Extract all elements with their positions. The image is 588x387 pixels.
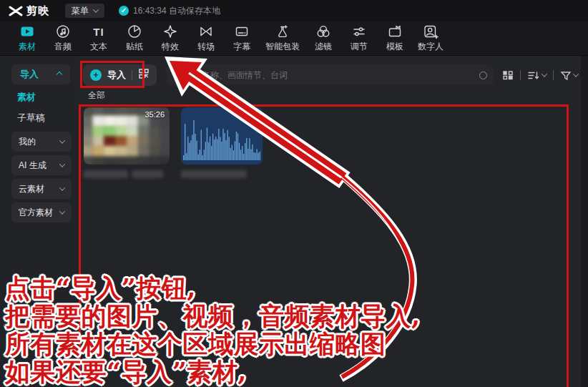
media-grid: 35:26 00: — [84, 107, 263, 178]
tab-smart-packaging[interactable]: 智能包装 — [260, 24, 305, 53]
chevron-down-icon — [59, 208, 65, 214]
media-play-icon — [19, 24, 35, 39]
app-logo: 剪映 — [9, 4, 49, 18]
menu-button-label: 菜单 — [72, 5, 89, 17]
text-icon: TI — [93, 24, 104, 39]
autosave-text: 16:43:34 自动保存本地 — [133, 5, 220, 17]
search-input[interactable] — [185, 70, 475, 80]
video-thumbnail[interactable]: 35:26 — [84, 107, 170, 165]
sliders-icon — [351, 24, 367, 39]
chevron-down-icon — [542, 71, 547, 77]
audio-filename-blurred — [181, 170, 263, 178]
video-filename-blurred — [84, 170, 170, 178]
chevron-down-icon — [59, 185, 65, 190]
top-bar: 剪映 菜单 ✓ 16:43:34 自动保存本地 — [0, 0, 588, 21]
chevron-down-icon — [59, 161, 65, 167]
audio-media-item[interactable]: 00: — [181, 107, 263, 178]
divider — [553, 70, 554, 80]
sidebar-import-section[interactable]: 导入 — [11, 64, 70, 84]
chevron-down-icon — [93, 6, 99, 12]
tab-sticker[interactable]: 贴纸 — [117, 24, 152, 53]
template-board-icon — [387, 24, 403, 39]
plus-icon: + — [90, 69, 102, 81]
capcut-logo-icon — [9, 6, 23, 16]
sort-button[interactable] — [527, 71, 547, 80]
media-sidebar: 导入 素材 子草稿 我的 AI 生成 云素材 官方素材 — [0, 56, 79, 387]
music-note-icon — [55, 24, 71, 39]
capcut-window: 剪映 菜单 ✓ 16:43:34 自动保存本地 素材 音频 TI 文本 — [0, 0, 588, 387]
video-media-item[interactable]: 35:26 — [84, 107, 170, 178]
subtitle-icon — [234, 24, 250, 39]
feature-tab-bar: 素材 音频 TI 文本 贴纸 特效 转场 — [0, 21, 588, 56]
chevron-down-icon — [59, 137, 65, 143]
sidebar-group-ai-generated[interactable]: AI 生成 — [11, 155, 72, 175]
media-panel: + 导入 — [79, 56, 588, 387]
sidebar-import-label: 导入 — [20, 68, 39, 81]
tab-transitions[interactable]: 转场 — [188, 24, 224, 53]
media-toolbar: + 导入 — [83, 64, 578, 86]
autosave-status: ✓ 16:43:34 自动保存本地 — [119, 5, 220, 17]
sidebar-item-material[interactable]: 素材 — [17, 91, 36, 104]
tab-captions[interactable]: 字幕 — [224, 24, 260, 53]
tab-digital-human[interactable]: 数字人 — [413, 24, 449, 53]
sidebar-group-mine[interactable]: 我的 — [11, 132, 72, 152]
tab-filters[interactable]: 滤镜 — [305, 24, 341, 53]
tab-effects[interactable]: 特效 — [152, 24, 188, 53]
tab-adjust[interactable]: 调节 — [341, 24, 377, 53]
filter-button[interactable] — [560, 71, 578, 80]
digital-person-icon — [423, 24, 438, 39]
scrollbar-gutter[interactable] — [581, 56, 588, 387]
video-duration: 35:26 — [144, 110, 165, 119]
material-scan-icon[interactable] — [138, 68, 150, 82]
filter-all-label[interactable]: 全部 — [88, 89, 105, 102]
sidebar-group-cloud-material[interactable]: 云素材 — [11, 179, 72, 199]
divider — [132, 70, 132, 80]
sticker-pie-icon — [127, 24, 142, 39]
chevron-up-icon — [57, 72, 62, 77]
cloud-check-icon: ✓ — [119, 6, 129, 16]
audio-waveform — [181, 116, 263, 160]
tab-templates[interactable]: 模板 — [377, 24, 413, 53]
view-controls — [502, 70, 578, 80]
magic-flask-icon — [275, 24, 290, 39]
search-scope-icon[interactable] — [479, 72, 487, 79]
audio-duration: 00: — [247, 110, 258, 119]
search-bar[interactable] — [167, 65, 494, 85]
app-title: 剪映 — [26, 4, 49, 18]
sidebar-group-official-material[interactable]: 官方素材 — [11, 202, 72, 222]
triple-circle-icon — [315, 24, 331, 39]
search-icon — [173, 72, 180, 79]
chevron-down-icon — [573, 71, 579, 77]
audio-thumbnail[interactable]: 00: — [181, 107, 263, 165]
sidebar-item-subdrafts[interactable]: 子草稿 — [17, 112, 45, 124]
divider — [520, 70, 521, 80]
star-burst-icon — [162, 24, 178, 39]
grid-view-button[interactable] — [502, 70, 514, 80]
tab-text[interactable]: TI 文本 — [81, 24, 117, 53]
bowtie-transition-icon — [198, 24, 214, 39]
tab-media[interactable]: 素材 — [9, 24, 45, 53]
tab-audio[interactable]: 音频 — [45, 24, 81, 53]
menu-button[interactable]: 菜单 — [65, 4, 104, 18]
import-button[interactable]: + 导入 — [83, 64, 157, 86]
